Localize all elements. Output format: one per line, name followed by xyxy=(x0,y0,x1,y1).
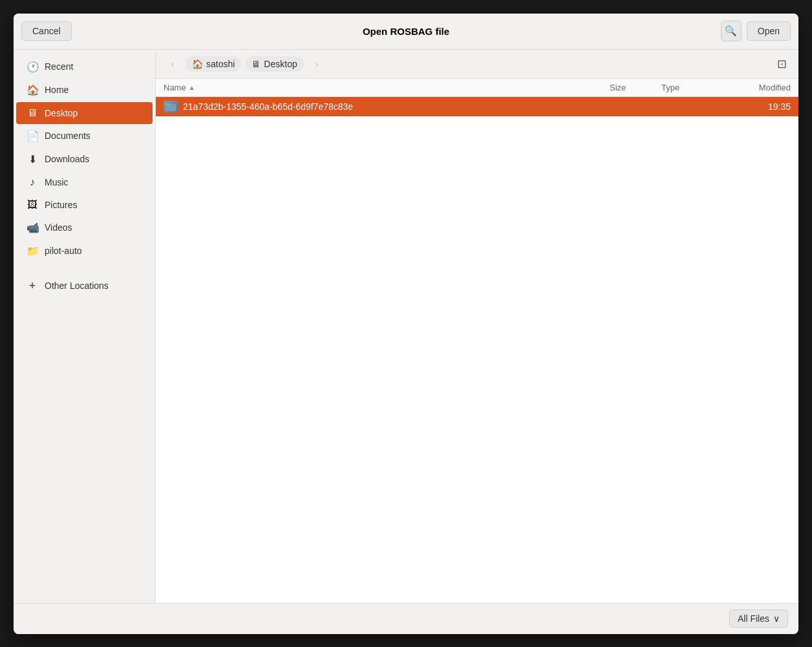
sidebar-item-home[interactable]: 🏠 Home xyxy=(16,79,153,101)
header-right: 🔍 Open xyxy=(721,21,791,41)
recent-icon: 🕐 xyxy=(27,61,38,73)
new-folder-button[interactable]: ⊡ xyxy=(773,55,791,73)
back-icon: ‹ xyxy=(171,59,175,69)
breadcrumb-desktop[interactable]: 🖥 Desktop xyxy=(245,56,303,72)
sidebar-item-pilot-auto[interactable]: 📁 pilot-auto xyxy=(16,240,153,262)
file-modified-cell: 19:35 xyxy=(713,101,791,112)
videos-icon: 📹 xyxy=(27,222,38,234)
file-list-header: Name ▲ Size Type Modified xyxy=(156,79,798,97)
filter-label: All Files xyxy=(738,613,769,624)
file-list: 21a73d2b-1355-460a-b65d-6d9f7e78c83e 19:… xyxy=(156,97,798,603)
main-area: 🕐 Recent 🏠 Home 🖥 Desktop 📄 Documents ⬇ xyxy=(14,50,798,603)
new-folder-icon: ⊡ xyxy=(777,57,787,71)
forward-icon: › xyxy=(315,59,318,69)
svg-rect-1 xyxy=(166,103,170,105)
sidebar-item-downloads[interactable]: ⬇ Downloads xyxy=(16,148,153,171)
footer: All Files ∨ xyxy=(14,603,798,634)
file-area: ‹ 🏠 satoshi 🖥 Desktop › ⊡ xyxy=(156,50,798,603)
dialog-header: Cancel Open ROSBAG file 🔍 Open xyxy=(14,14,798,50)
file-dialog: Cancel Open ROSBAG file 🔍 Open 🕐 Recent … xyxy=(14,14,798,634)
chevron-down-icon: ∨ xyxy=(773,613,780,624)
sidebar-item-videos[interactable]: 📹 Videos xyxy=(16,217,153,239)
desktop-icon: 🖥 xyxy=(27,107,38,119)
breadcrumb-label: satoshi xyxy=(206,59,235,69)
back-button[interactable]: ‹ xyxy=(164,55,182,73)
toolbar-right: ⊡ xyxy=(773,55,791,73)
home-icon: 🏠 xyxy=(27,84,38,96)
table-row[interactable]: 21a73d2b-1355-460a-b65d-6d9f7e78c83e 19:… xyxy=(156,97,798,116)
other-locations-icon: + xyxy=(27,279,38,293)
sidebar-item-label: Other Locations xyxy=(45,281,109,291)
sidebar-item-label: Documents xyxy=(45,131,91,141)
music-icon: ♪ xyxy=(27,176,38,188)
documents-icon: 📄 xyxy=(27,130,38,142)
sidebar-item-label: Home xyxy=(45,85,69,95)
pictures-icon: 🖼 xyxy=(27,199,38,211)
column-type[interactable]: Type xyxy=(661,83,713,92)
column-name[interactable]: Name ▲ xyxy=(164,83,610,92)
search-button[interactable]: 🔍 xyxy=(721,21,742,41)
sidebar-item-label: Videos xyxy=(45,222,72,233)
column-size[interactable]: Size xyxy=(610,83,661,92)
sidebar-item-label: Downloads xyxy=(45,154,89,164)
pilot-auto-icon: 📁 xyxy=(27,245,38,257)
sidebar-item-other-locations[interactable]: + Other Locations xyxy=(16,274,153,298)
filter-dropdown[interactable]: All Files ∨ xyxy=(729,610,788,628)
dialog-title: Open ROSBAG file xyxy=(363,26,449,37)
desktop-breadcrumb-icon: 🖥 xyxy=(251,59,261,69)
open-button[interactable]: Open xyxy=(747,21,791,41)
breadcrumb-label: Desktop xyxy=(264,59,297,69)
column-modified[interactable]: Modified xyxy=(713,83,791,92)
file-name-cell: 21a73d2b-1355-460a-b65d-6d9f7e78c83e xyxy=(164,101,610,112)
sidebar-item-label: Pictures xyxy=(45,200,78,210)
cancel-button[interactable]: Cancel xyxy=(21,21,72,41)
sidebar-item-label: Music xyxy=(45,177,69,187)
sidebar-item-label: Desktop xyxy=(45,108,78,118)
sidebar-item-recent[interactable]: 🕐 Recent xyxy=(16,56,153,78)
folder-icon xyxy=(164,101,178,112)
sidebar-item-label: Recent xyxy=(45,61,73,72)
sidebar-item-documents[interactable]: 📄 Documents xyxy=(16,125,153,147)
forward-button[interactable]: › xyxy=(308,55,326,73)
toolbar: ‹ 🏠 satoshi 🖥 Desktop › ⊡ xyxy=(156,50,798,79)
sidebar-item-pictures[interactable]: 🖼 Pictures xyxy=(16,194,153,216)
sort-arrow-icon: ▲ xyxy=(189,84,195,91)
sidebar: 🕐 Recent 🏠 Home 🖥 Desktop 📄 Documents ⬇ xyxy=(14,50,156,603)
breadcrumb-satoshi[interactable]: 🏠 satoshi xyxy=(186,56,241,72)
sidebar-item-music[interactable]: ♪ Music xyxy=(16,171,153,193)
file-name-text: 21a73d2b-1355-460a-b65d-6d9f7e78c83e xyxy=(183,101,353,112)
sidebar-item-label: pilot-auto xyxy=(45,246,82,256)
downloads-icon: ⬇ xyxy=(27,153,38,165)
header-left: Cancel xyxy=(21,21,72,41)
sidebar-item-desktop[interactable]: 🖥 Desktop xyxy=(16,102,153,124)
search-icon: 🔍 xyxy=(725,25,737,37)
home-breadcrumb-icon: 🏠 xyxy=(192,59,203,69)
